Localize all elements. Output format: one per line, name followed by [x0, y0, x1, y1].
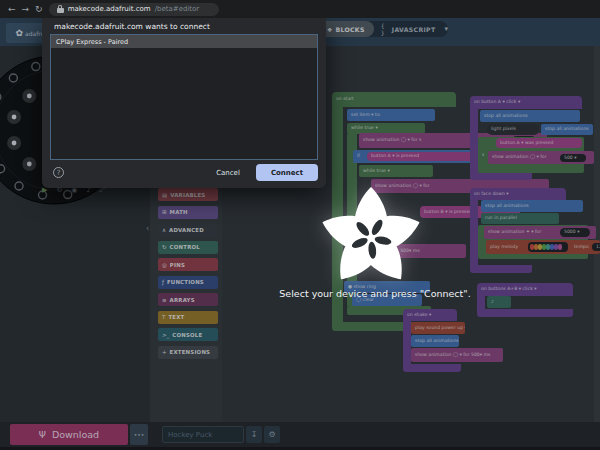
help-icon[interactable]: ? [53, 167, 64, 178]
url-path: /beta#editor [155, 5, 200, 13]
lock-icon[interactable] [57, 5, 64, 13]
browser-reload-button[interactable]: ↻ [35, 5, 43, 14]
overlay-message: Select your device and press "Connect". [220, 288, 530, 299]
cancel-button[interactable]: Cancel [206, 165, 250, 181]
adafruit-flower-logo [296, 168, 446, 308]
browser-forward-button[interactable]: → [22, 5, 30, 14]
connect-button[interactable]: Connect [256, 164, 318, 181]
address-bar[interactable]: makecode.adafruit.com/beta#editor [49, 3, 219, 16]
device-list: CPlay Express - Paired [50, 34, 318, 160]
dialog-title: makecode.adafruit.com wants to connect [54, 22, 210, 31]
device-list-item[interactable]: CPlay Express - Paired [51, 35, 317, 48]
browser-toolbar: ← → ↻ makecode.adafruit.com/beta#editor [0, 0, 600, 18]
screenshot-stage: ▶↻◉♪⤢ ‹ ▤VARIABLES⊞MATH∧ADVANCED↻CONTROL… [0, 0, 600, 450]
browser-back-button[interactable]: ← [8, 5, 16, 14]
url-host: makecode.adafruit.com [68, 5, 151, 13]
